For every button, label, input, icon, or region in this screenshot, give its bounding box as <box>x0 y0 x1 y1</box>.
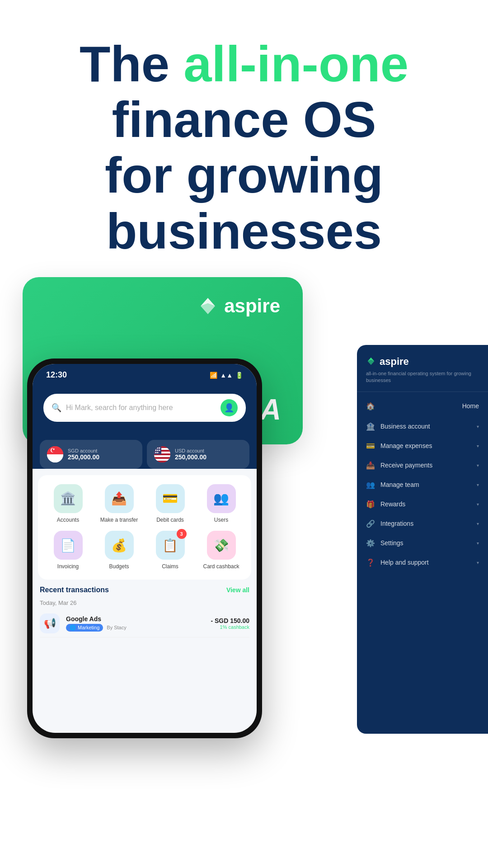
action-invoicing[interactable]: 📄 Invoicing <box>42 531 94 571</box>
users-icon-bg: 👥 <box>207 484 236 513</box>
cashback-label: Card cashback <box>203 563 239 571</box>
phone-screen: 12:30 📶 ▲▲ 🔋 🔍 Hi Mark, search for anyth… <box>33 364 257 733</box>
claims-badge: 3 <box>177 529 187 539</box>
budgets-label: Budgets <box>109 563 129 571</box>
search-placeholder-text: Hi Mark, search for anything here <box>66 404 216 412</box>
expenses-icon: 💳 <box>366 442 375 450</box>
actions-grid-row1: 🏛️ Accounts 📤 Make a transfer <box>42 484 247 524</box>
transfer-label: Make a transfer <box>100 517 138 524</box>
sgd-account-card[interactable]: SGD account 250,000.00 <box>40 440 142 469</box>
debit-cards-label: Debit cards <box>156 517 184 524</box>
sidebar-item-receive-payments[interactable]: 📥 Receive payments ▾ <box>357 456 488 475</box>
sidebar-item-business-account[interactable]: 🏦 Business account ▾ <box>357 417 488 436</box>
action-claims[interactable]: 📋 3 Claims <box>145 531 196 571</box>
invoicing-label: Invoicing <box>57 563 79 571</box>
sidebar-item-integrations[interactable]: 🔗 Integrations ▾ <box>357 514 488 533</box>
transaction-row-google-ads[interactable]: 📢 Google Ads 🌐 Marketing By Stacy <box>40 610 249 637</box>
hero-title: The all-in-one finance OS for growing bu… <box>27 36 461 259</box>
chevron-down-icon-2: ▾ <box>477 443 479 448</box>
sidebar-item-settings[interactable]: ⚙️ Settings ▾ <box>357 533 488 553</box>
usd-account-label: USD account <box>175 448 242 453</box>
actions-grid-row2: 📄 Invoicing 💰 Budgets <box>42 531 247 571</box>
search-icon: 🔍 <box>52 403 61 413</box>
debit-cards-icon-bg: 💳 <box>156 484 185 513</box>
card-brand-name: aspire <box>224 295 280 317</box>
invoicing-icon-bg: 📄 <box>54 531 83 560</box>
sidebar-brand-name: aspire <box>380 356 409 368</box>
transaction-info: Google Ads 🌐 Marketing By Stacy <box>66 615 204 632</box>
globe-icon: 🌐 <box>70 625 76 631</box>
sidebar-header: aspire all-in-one financial operating sy… <box>357 345 488 392</box>
usd-account-amount: 250,000.00 <box>175 453 242 461</box>
sidebar-item-receive-payments-left: 📥 Receive payments <box>366 461 432 470</box>
battery-icon: 🔋 <box>235 372 243 379</box>
phone-body: 🏛️ Accounts 📤 Make a transfer <box>33 475 257 637</box>
sidebar-item-rewards-label: Rewards <box>380 500 405 508</box>
hero-line2: finance OS <box>112 91 376 148</box>
signal-icon: ▲▲ <box>220 372 233 379</box>
claims-badge-wrapper: 📋 3 <box>156 531 185 560</box>
user-avatar[interactable]: 👤 <box>221 399 238 416</box>
transaction-icon: 📢 <box>40 613 60 633</box>
svg-point-22 <box>157 452 159 453</box>
sidebar-item-integrations-label: Integrations <box>380 520 413 527</box>
chevron-down-icon-3: ▾ <box>477 463 479 468</box>
view-all-button[interactable]: View all <box>226 586 249 594</box>
action-budgets[interactable]: 💰 Budgets <box>94 531 145 571</box>
sidebar-item-settings-left: ⚙️ Settings <box>366 539 404 547</box>
sidebar-item-rewards[interactable]: 🎁 Rewards ▾ <box>357 495 488 514</box>
receive-icon: 📥 <box>366 461 375 470</box>
accounts-icon: 🏛️ <box>60 491 76 506</box>
sidebar-item-help[interactable]: ❓ Help and support ▾ <box>357 553 488 572</box>
debit-cards-icon: 💳 <box>162 491 178 506</box>
sidebar-item-manage-expenses-left: 💳 Manage expenses <box>366 442 432 450</box>
sidebar-item-manage-team-left: 👥 Manage team <box>366 481 419 489</box>
transfer-icon: 📤 <box>111 491 127 506</box>
bank-icon: 🏦 <box>366 422 375 431</box>
search-bar[interactable]: 🔍 Hi Mark, search for anything here 👤 <box>43 394 246 422</box>
budgets-icon: 💰 <box>111 538 127 553</box>
users-label: Users <box>214 517 228 524</box>
sgd-account-amount: 250,000.00 <box>68 453 135 461</box>
action-card-cashback[interactable]: 💸 Card cashback <box>196 531 247 571</box>
usd-account-card[interactable]: USD account 250,000.00 <box>147 440 249 469</box>
transaction-category: 🌐 Marketing <box>66 624 103 632</box>
accounts-row: SGD account 250,000.00 <box>33 433 257 469</box>
help-icon: ❓ <box>366 558 375 567</box>
recent-transactions-header: Recent transactions View all <box>40 586 249 594</box>
sidebar-item-integrations-left: 🔗 Integrations <box>366 519 413 528</box>
aspire-logo-icon <box>197 295 219 317</box>
chevron-down-icon-8: ▾ <box>477 560 479 565</box>
action-transfer[interactable]: 📤 Make a transfer <box>94 484 145 524</box>
transaction-meta: 🌐 Marketing By Stacy <box>66 624 204 632</box>
chevron-down-icon-5: ▾ <box>477 502 479 507</box>
sidebar-item-help-label: Help and support <box>380 559 429 566</box>
users-icon: 👥 <box>213 491 229 506</box>
recent-transactions-title: Recent transactions <box>40 586 109 594</box>
integrations-icon: 🔗 <box>366 519 375 528</box>
action-debit-cards[interactable]: 💳 Debit cards <box>145 484 196 524</box>
chevron-down-icon: ▾ <box>477 424 479 429</box>
usd-account-info: USD account 250,000.00 <box>175 448 242 461</box>
action-accounts[interactable]: 🏛️ Accounts <box>42 484 94 524</box>
sidebar-nav: 🏠 Home 🏦 Business account ▾ 💳 Manage exp… <box>357 392 488 576</box>
transaction-cashback: 1% cashback <box>211 624 249 630</box>
chevron-down-icon-4: ▾ <box>477 482 479 487</box>
sgd-flag <box>47 446 63 462</box>
sidebar-item-receive-payments-label: Receive payments <box>380 462 432 469</box>
action-users[interactable]: 👥 Users <box>196 484 247 524</box>
usd-flag <box>154 446 170 462</box>
rewards-icon: 🎁 <box>366 500 375 509</box>
budgets-icon-bg: 💰 <box>105 531 134 560</box>
transaction-date-label: Today, Mar 26 <box>40 599 249 606</box>
hero-accent: all-in-one <box>183 36 408 92</box>
cashback-icon: 💸 <box>213 538 229 553</box>
svg-point-21 <box>155 452 157 453</box>
svg-rect-13 <box>154 459 170 461</box>
sidebar-item-manage-team[interactable]: 👥 Manage team ▾ <box>357 475 488 495</box>
wifi-status-icon: 📶 <box>210 372 217 379</box>
sidebar-item-home[interactable]: 🏠 Home <box>357 396 488 417</box>
quick-actions-panel: 🏛️ Accounts 📤 Make a transfer <box>38 475 251 580</box>
sidebar-item-manage-expenses[interactable]: 💳 Manage expenses ▾ <box>357 436 488 456</box>
sidebar-item-settings-label: Settings <box>380 539 404 547</box>
